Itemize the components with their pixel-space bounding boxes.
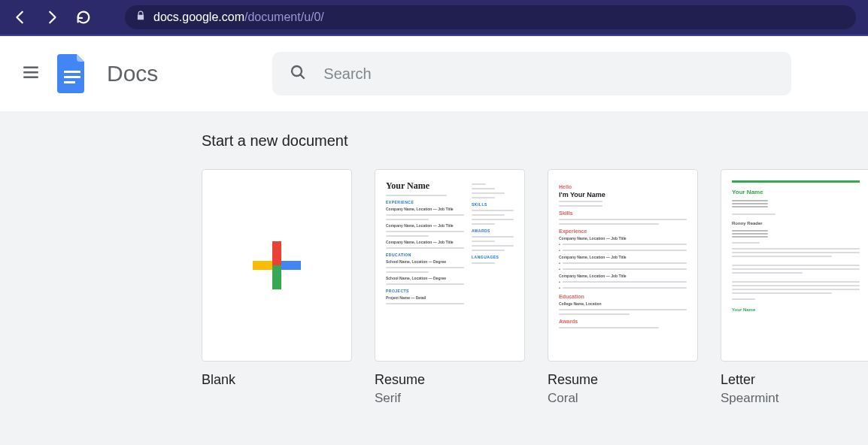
svg-rect-0 [23, 66, 38, 68]
reload-icon[interactable] [75, 9, 92, 26]
search-input[interactable] [323, 65, 775, 83]
template-title: Resume [375, 372, 525, 388]
template-resume-coral[interactable]: Hello I'm Your Name Skills Experience Co… [548, 169, 698, 406]
templates-area: Start a new document Blank Your Name [0, 111, 868, 406]
template-thumb-blank [202, 169, 352, 362]
menu-icon[interactable] [21, 62, 41, 85]
svg-rect-4 [64, 76, 80, 78]
search-icon [289, 63, 307, 84]
url-host: docs.google.com [153, 11, 244, 23]
app-title: Docs [107, 61, 158, 86]
url-text: docs.google.com/document/u/0/ [153, 11, 324, 24]
back-icon[interactable] [12, 9, 29, 26]
thumb-heading: I'm Your Name [559, 191, 687, 198]
section-title: Start a new document [202, 132, 868, 150]
svg-line-7 [301, 74, 305, 78]
svg-rect-1 [23, 71, 38, 74]
address-bar[interactable]: docs.google.com/document/u/0/ [125, 5, 856, 29]
template-resume-serif[interactable]: Your Name Experience Company Name, Locat… [375, 169, 525, 406]
svg-rect-2 [23, 76, 38, 78]
template-title: Letter [721, 372, 868, 388]
template-thumb-serif: Your Name Experience Company Name, Locat… [375, 169, 525, 362]
plus-icon [253, 241, 301, 289]
docs-logo-icon[interactable] [57, 54, 87, 93]
forward-icon[interactable] [44, 9, 60, 26]
lock-icon [135, 11, 146, 24]
template-blank[interactable]: Blank [202, 169, 352, 406]
svg-rect-5 [64, 81, 75, 83]
template-subtitle: Coral [548, 391, 698, 406]
template-subtitle: Spearmint [721, 391, 868, 406]
template-row: Blank Your Name Experience Company Name,… [202, 169, 868, 406]
template-thumb-spearmint: Your Name Ronny Reader Your Name [721, 169, 868, 362]
browser-bar: docs.google.com/document/u/0/ [0, 0, 868, 36]
url-path: /document/u/0/ [244, 11, 324, 23]
template-thumb-coral: Hello I'm Your Name Skills Experience Co… [548, 169, 698, 362]
template-subtitle: Serif [375, 391, 525, 406]
thumb-heading: Your Name [386, 180, 464, 192]
template-title: Blank [202, 372, 352, 388]
template-title: Resume [548, 372, 698, 388]
template-letter-spearmint[interactable]: Your Name Ronny Reader Your Name Letter … [721, 169, 868, 406]
search-box[interactable] [272, 52, 791, 95]
app-header: Docs [0, 36, 868, 111]
svg-rect-3 [64, 71, 80, 73]
